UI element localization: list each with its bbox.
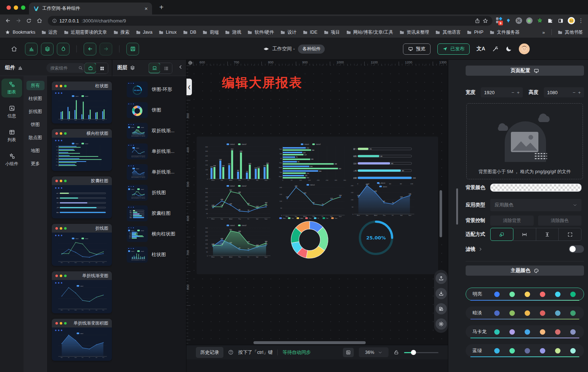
extensions-icon[interactable]: 9 xyxy=(496,17,503,24)
category-散点图[interactable]: 散点图 xyxy=(24,131,47,144)
site-info-icon[interactable] xyxy=(52,18,57,23)
chart-bar[interactable]: data1data2050100150200250300350MonTueWed… xyxy=(203,142,273,183)
bookmark-item[interactable]: 游戏 xyxy=(225,29,241,35)
window-traffic-lights[interactable] xyxy=(7,5,25,10)
thumbnail-view-toggle[interactable] xyxy=(148,63,160,73)
background-upload-dropzone[interactable]: 背景图需小于 5M ， 格式为 png/jpg/gif 的文件 xyxy=(466,103,583,179)
clear-background-button[interactable]: 清除背景 xyxy=(490,216,534,226)
bookmark-item[interactable]: 近期需要读的文章 xyxy=(64,29,107,35)
single-view-toggle[interactable] xyxy=(84,63,96,73)
theme-暗淡[interactable]: 暗淡 xyxy=(466,306,584,319)
increment-icon[interactable]: + xyxy=(517,90,520,95)
sidebar-item-列表[interactable]: 列表 xyxy=(1,126,22,145)
browser-menu-icon[interactable]: ⋮ xyxy=(577,17,585,24)
settings-button[interactable] xyxy=(436,318,447,330)
layer-item-饼图-环形[interactable]: 25.00%饼图-环形 xyxy=(112,79,186,100)
bookmark-item[interactable]: 其他语言 xyxy=(435,29,461,35)
bookmarks-root[interactable]: Bookmarks xyxy=(5,30,35,35)
back-icon[interactable] xyxy=(3,16,13,26)
bookmarks-overflow-icon[interactable]: » xyxy=(542,30,546,35)
theme-color-header[interactable]: 主题颜色 xyxy=(466,266,584,276)
theme-马卡龙[interactable]: 马卡龙 xyxy=(466,325,584,338)
collapse-panel-icon[interactable] xyxy=(178,64,183,70)
recorder-extension-icon[interactable] xyxy=(524,16,534,26)
layer-item-横向柱状图[interactable]: data1data2SunSatFriThuWedTueMon横向柱状图 xyxy=(112,223,186,244)
reload-icon[interactable] xyxy=(24,16,34,26)
bookmark-star-icon[interactable] xyxy=(483,18,488,24)
sidebar-item-图表[interactable]: 图表 xyxy=(1,79,22,97)
category-更多[interactable]: 更多 xyxy=(24,157,47,170)
bookmark-item[interactable]: 前端 xyxy=(202,29,219,35)
theme-明亮[interactable]: 明亮 xyxy=(466,288,584,301)
chart-dual-line-area[interactable]: data1data2050100150200250300350MonTueWed… xyxy=(203,223,273,260)
save-button[interactable] xyxy=(126,43,139,55)
app-home-icon[interactable] xyxy=(11,46,17,52)
command-extension-icon[interactable]: ⌘ xyxy=(514,16,524,26)
layer-item-单折线渐...[interactable]: data1MonTueWedThuFriSatSun单折线渐... xyxy=(112,162,186,182)
share-icon[interactable] xyxy=(475,18,480,24)
help-icon[interactable] xyxy=(228,350,234,355)
ruler-eye-icon[interactable] xyxy=(188,60,193,65)
magic-wand-icon[interactable] xyxy=(492,46,499,52)
layer-item-胶囊柱图[interactable]: 厦门南阳北京上海新疆胶囊柱图 xyxy=(112,203,186,223)
forward-icon[interactable] xyxy=(13,16,23,26)
bookmark-item[interactable]: 文件服务器 xyxy=(490,29,520,35)
preview-button[interactable]: 预览 xyxy=(403,43,430,55)
component-card-横向柱状图[interactable]: 横向柱状图data1data2SunSatFriThuWedTueMon xyxy=(52,129,112,171)
dashboard-screen[interactable]: data1data2050100150200250300350MonTueWed… xyxy=(197,137,438,274)
dark-mode-moon-icon[interactable] xyxy=(505,46,512,52)
chart-progress-ring[interactable]: 25.00% xyxy=(357,218,395,257)
project-name-pill[interactable]: 各种组件 xyxy=(298,45,325,54)
list-view-toggle[interactable] xyxy=(160,63,172,74)
app-type-select[interactable]: 应用颜色 xyxy=(490,199,581,211)
edit-button[interactable] xyxy=(436,303,447,314)
fit-auto-button[interactable] xyxy=(490,228,513,241)
browser-tab[interactable]: 工作空间-各种组件 × xyxy=(29,3,152,14)
layer-item-折线图[interactable]: data1data2MonTueWedThuFriSatSun折线图 xyxy=(112,182,186,203)
bookmark-item[interactable]: 搜索 xyxy=(113,29,130,35)
grid-view-toggle[interactable] xyxy=(96,63,108,74)
redo-button[interactable] xyxy=(100,43,112,55)
layers-toggle-button[interactable] xyxy=(41,43,54,55)
dashboard-title-text[interactable]: 编辑大屏报表 xyxy=(222,74,302,91)
fit-width-button[interactable] xyxy=(513,228,536,241)
component-card-折线图[interactable]: 折线图data1data2MonTueWedThuFriSatSun xyxy=(52,224,112,266)
green-star-extension-icon[interactable] xyxy=(535,16,545,26)
tab-close-icon[interactable]: × xyxy=(144,6,148,11)
bookmark-item[interactable]: Linux xyxy=(159,29,177,35)
profile-avatar[interactable] xyxy=(566,16,576,26)
zoom-slider[interactable] xyxy=(404,350,438,355)
layer-item-柱状图[interactable]: data1data2MonTueWedThuFriSatSun柱状图 xyxy=(112,244,186,265)
fit-height-button[interactable] xyxy=(536,228,559,241)
chart-horizontal-bar[interactable]: data1data2050100150200250300350Sun130160… xyxy=(277,142,348,183)
puzzle-extensions-icon[interactable] xyxy=(545,16,555,26)
category-柱状图[interactable]: 柱状图 xyxy=(24,92,47,105)
bookmark-item[interactable]: IDE xyxy=(303,29,318,35)
theme-蓝绿[interactable]: 蓝绿 xyxy=(466,344,584,357)
sidebar-item-信息[interactable]: 信息 xyxy=(1,103,22,121)
bookmark-item[interactable]: DB xyxy=(183,29,196,35)
components-toggle-button[interactable] xyxy=(25,43,38,55)
bookmark-item[interactable]: 网站/博客/文章/工具 xyxy=(346,29,393,35)
width-stepper[interactable]: 1920 − + xyxy=(481,87,523,97)
chart-line-gradient[interactable]: data1050100150200MonTueWedThuFriSatSun12… xyxy=(277,183,348,219)
component-card-胶囊柱图[interactable]: 胶囊柱图厦门南阳北京上海新疆 xyxy=(52,176,112,218)
filter-toggle[interactable] xyxy=(569,245,584,253)
bookmark-item[interactable]: 资讯未整理 xyxy=(399,29,429,35)
panel-scrollbar[interactable] xyxy=(456,188,458,225)
background-color-swatch[interactable] xyxy=(490,184,581,192)
download-button[interactable] xyxy=(436,288,447,299)
layer-item-单折线渐...[interactable]: data1MonTueWedThuFriSatSun单折线渐... xyxy=(112,141,186,162)
address-bar[interactable]: 127.0.0.1 :3000/#/chart/home/9 xyxy=(48,16,492,26)
new-tab-button[interactable]: + xyxy=(159,3,164,12)
details-toggle-button[interactable] xyxy=(57,43,70,55)
bookmark-item[interactable]: 运营 xyxy=(41,29,58,35)
category-折线图[interactable]: 折线图 xyxy=(24,105,47,118)
decrement-icon[interactable]: − xyxy=(573,90,576,95)
user-avatar[interactable] xyxy=(519,43,530,54)
layer-item-饼图[interactable]: 饼图 xyxy=(112,100,186,120)
vertical-scrollbar[interactable] xyxy=(440,190,442,237)
horizontal-scrollbar[interactable] xyxy=(253,341,366,344)
component-card-单折线渐变图[interactable]: 单折线渐变图data1MonTueWedThuFriSatSun xyxy=(52,271,112,313)
chart-line[interactable]: data1data2050100150200250300350MonTueWed… xyxy=(203,184,273,222)
